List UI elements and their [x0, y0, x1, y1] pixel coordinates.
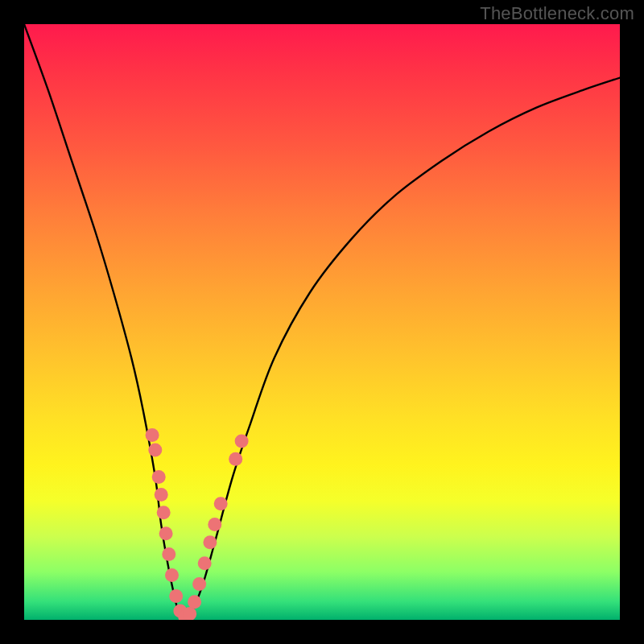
plot-area [24, 24, 620, 620]
curve-dot [162, 547, 175, 561]
curve-dot [146, 428, 159, 442]
chart-svg [24, 24, 620, 620]
curve-dot [169, 589, 183, 603]
chart-frame: TheBottleneck.com [0, 0, 644, 644]
curve-dot [192, 577, 206, 591]
curve-dot [203, 535, 217, 549]
curve-dot [165, 568, 179, 582]
curve-dot [214, 497, 228, 510]
curve-dot [229, 452, 242, 466]
curve-dot [198, 556, 212, 570]
curve-dot [155, 488, 168, 502]
curve-dot [159, 526, 173, 540]
curve-dot [148, 444, 162, 457]
bottleneck-curve-path [24, 24, 620, 620]
curve-dot [157, 506, 171, 519]
curve-dot [208, 518, 221, 531]
watermark-text: TheBottleneck.com [480, 3, 634, 24]
curve-dot [188, 595, 201, 609]
curve-dot [235, 435, 249, 448]
curve-dot [152, 470, 166, 484]
